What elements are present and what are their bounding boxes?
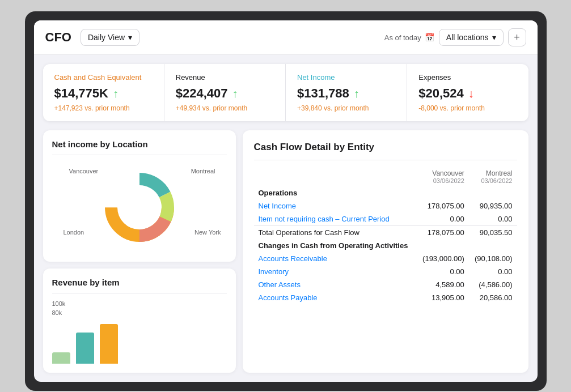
- revenue-title: Revenue by item: [52, 278, 227, 293]
- item-not-requiring-link[interactable]: Item not requiring cash – Current Period: [259, 215, 390, 223]
- inventory-link[interactable]: Inventory: [259, 267, 289, 276]
- accounts-receivable-link[interactable]: Accounts Receivable: [259, 254, 327, 263]
- chevron-down-icon: ▾: [128, 33, 132, 42]
- net-income-link[interactable]: Net Income: [259, 202, 296, 210]
- kpi-card-cash: Cash and Cash Equivalent $14,775K ↑ +147…: [43, 64, 164, 121]
- kpi-change-expenses: -8,000 vs. prior month: [418, 104, 517, 112]
- ap-v2: 20,586.00: [469, 291, 517, 304]
- bar-chart-area: [52, 318, 227, 364]
- arrow-up-icon: ↑: [113, 88, 119, 99]
- table-row: Accounts Payable 13,905.00 20,586.00: [254, 291, 517, 304]
- kpi-value-revenue: $224,407: [176, 86, 228, 101]
- calendar-icon[interactable]: 📅: [425, 33, 434, 42]
- kpi-value-cash: $14,775K: [54, 86, 108, 101]
- kpi-value-row-revenue: $224,407 ↑: [176, 86, 274, 101]
- arrow-up-icon: ↑: [354, 88, 359, 99]
- kpi-section: Cash and Cash Equivalent $14,775K ↑ +147…: [43, 64, 528, 121]
- inner-container: CFO Daily View ▾ As of today 📅 All locat…: [34, 20, 538, 382]
- kpi-card-expenses: Expenses $20,524 ↓ -8,000 vs. prior mont…: [407, 64, 528, 121]
- app-container: CFO Daily View ▾ As of today 📅 All locat…: [25, 11, 547, 391]
- header: CFO Daily View ▾ As of today 📅 All locat…: [34, 20, 538, 55]
- item-v2: 0.00: [469, 212, 517, 226]
- donut-chart: Vancouver Montreal London New York: [52, 162, 227, 253]
- arrow-down-icon: ↓: [468, 88, 474, 99]
- arrow-up-icon: ↑: [232, 88, 238, 99]
- page-title: CFO: [45, 30, 71, 45]
- donut-labels: Vancouver Montreal London New York: [52, 162, 227, 253]
- add-button[interactable]: +: [508, 28, 526, 46]
- label-vancouver: Vancouver: [69, 168, 99, 174]
- col-header-vancouver: Vancouver 03/06/2022: [417, 167, 469, 186]
- location-button[interactable]: All locations ▾: [439, 29, 504, 46]
- bar-2: [76, 333, 94, 364]
- main-content: Net income by Location Vancouver Montrea…: [34, 130, 538, 382]
- left-panels: Net income by Location Vancouver Montrea…: [43, 130, 236, 373]
- table-row: Other Assets 4,589.00 (4,586.00): [254, 278, 517, 291]
- as-of-today-label: As of today: [384, 33, 421, 42]
- operations-subtotal: Total Operations for Cash Flow 178,075.0…: [254, 226, 517, 240]
- oa-v2: (4,586.00): [469, 278, 517, 291]
- label-london: London: [64, 229, 84, 236]
- label-montreal: Montreal: [191, 168, 215, 174]
- other-assets-link[interactable]: Other Assets: [259, 280, 301, 289]
- bar-chart-labels: 100k 80k: [52, 300, 227, 316]
- kpi-label-cash: Cash and Cash Equivalent: [54, 73, 153, 82]
- bar-label-80k: 80k: [52, 309, 227, 316]
- kpi-value-row-expenses: $20,524 ↓: [418, 86, 517, 101]
- kpi-label-netincome: Net Income: [297, 73, 395, 82]
- net-income-v2: 90,935.00: [469, 199, 517, 212]
- kpi-change-cash: +147,923 vs. prior month: [54, 104, 153, 112]
- chevron-down-icon: ▾: [492, 33, 496, 42]
- daily-view-button[interactable]: Daily View ▾: [81, 29, 139, 46]
- section-operations: Operations: [254, 186, 517, 199]
- section-changes: Changes in Cash from Operating Activitie…: [254, 239, 517, 252]
- ar-v1: (193,000.00): [417, 252, 469, 265]
- table-row: Inventory 0.00 0.00: [254, 265, 517, 278]
- accounts-payable-link[interactable]: Accounts Payable: [259, 293, 318, 302]
- kpi-card-netincome: Net Income $131,788 ↑ +39,840 vs. prior …: [286, 64, 407, 121]
- table-header-row: Vancouver 03/06/2022 Montreal 03/06/2022: [254, 167, 517, 186]
- table-row: Net Income 178,075.00 90,935.00: [254, 199, 517, 212]
- net-income-v1: 178,075.00: [417, 199, 469, 212]
- as-of-today: As of today 📅: [384, 33, 434, 42]
- table-row: Accounts Receivable (193,000.00) (90,108…: [254, 252, 517, 265]
- bar-label-100k: 100k: [52, 300, 227, 307]
- net-income-title: Net income by Location: [52, 139, 227, 155]
- col-header-montreal: Montreal 03/06/2022: [469, 167, 517, 186]
- cashflow-panel: Cash Flow Detail by Entity Vancouver 03/…: [243, 130, 528, 373]
- kpi-label-expenses: Expenses: [418, 73, 517, 82]
- col-header-label: [254, 167, 417, 186]
- revenue-panel: Revenue by item 100k 80k: [43, 269, 236, 373]
- cashflow-table: Vancouver 03/06/2022 Montreal 03/06/2022: [254, 167, 517, 304]
- bar-1: [52, 352, 70, 364]
- kpi-label-revenue: Revenue: [176, 73, 274, 82]
- kpi-card-revenue: Revenue $224,407 ↑ +49,934 vs. prior mon…: [164, 64, 286, 121]
- label-newyork: New York: [194, 229, 221, 236]
- oa-v1: 4,589.00: [417, 278, 469, 291]
- kpi-value-row-netincome: $131,788 ↑: [297, 86, 395, 101]
- inv-v2: 0.00: [469, 265, 517, 278]
- location-label: All locations: [446, 33, 489, 42]
- ap-v1: 13,905.00: [417, 291, 469, 304]
- cashflow-title: Cash Flow Detail by Entity: [254, 142, 517, 160]
- net-income-panel: Net income by Location Vancouver Montrea…: [43, 130, 236, 262]
- plus-icon: +: [514, 32, 520, 44]
- kpi-value-netincome: $131,788: [297, 86, 349, 101]
- ar-v2: (90,108.00): [469, 252, 517, 265]
- kpi-value-expenses: $20,524: [418, 86, 464, 101]
- bar-chart: 100k 80k: [52, 300, 227, 364]
- table-row: Item not requiring cash – Current Period…: [254, 212, 517, 226]
- inv-v1: 0.00: [417, 265, 469, 278]
- bar-3: [100, 324, 118, 364]
- header-right: As of today 📅 All locations ▾ +: [384, 28, 526, 46]
- kpi-value-row-cash: $14,775K ↑: [54, 86, 153, 101]
- kpi-change-netincome: +39,840 vs. prior month: [297, 104, 395, 112]
- kpi-change-revenue: +49,934 vs. prior month: [176, 104, 274, 112]
- daily-view-label: Daily View: [88, 33, 125, 42]
- item-v1: 0.00: [417, 212, 469, 226]
